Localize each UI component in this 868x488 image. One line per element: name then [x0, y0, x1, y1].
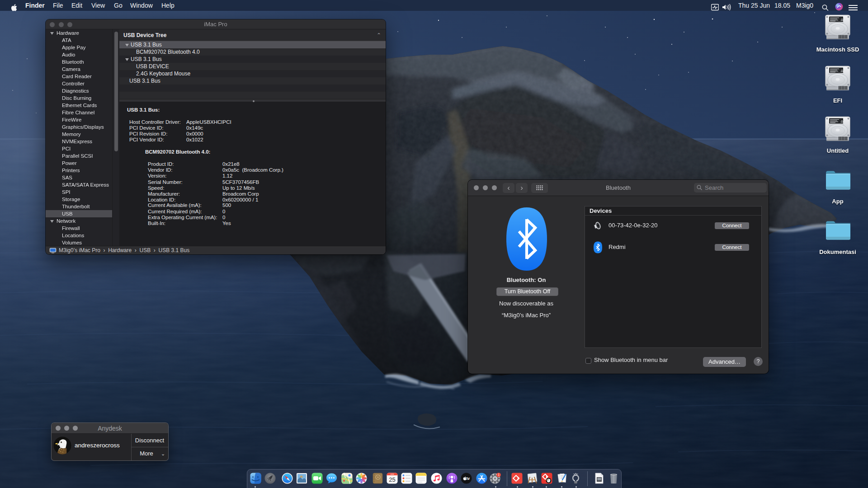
svg-text:25: 25: [389, 476, 395, 483]
svg-text:tv: tv: [466, 476, 470, 481]
svg-text:JUN: JUN: [391, 473, 394, 475]
svg-text:1: 1: [498, 473, 500, 476]
